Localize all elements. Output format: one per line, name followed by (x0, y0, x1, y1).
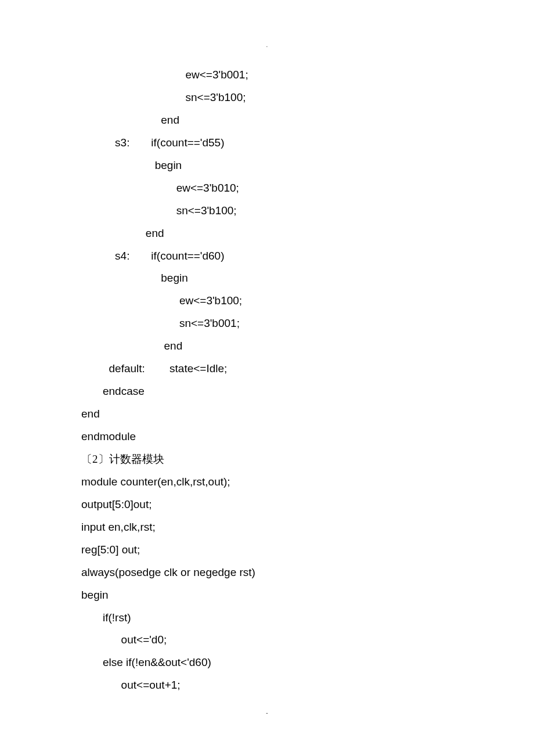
code-line: out<=out+1; (81, 674, 453, 697)
code-line: reg[5:0] out; (81, 539, 453, 561)
code-line: out<='d0; (81, 629, 453, 651)
code-line: end (81, 403, 453, 426)
code-line: ew<=3'b100; (81, 290, 453, 312)
code-line: ew<=3'b001; (81, 64, 453, 87)
code-line: s3: if(count=='d55) (81, 132, 453, 154)
document-page: . ew<=3'b001; sn<=3'b100; end s3: if(cou… (0, 0, 534, 756)
code-line: input en,clk,rst; (81, 516, 453, 539)
code-line: begin (81, 154, 453, 177)
code-line: s4: if(count=='d60) (81, 245, 453, 268)
page-header-mark: . (266, 39, 268, 52)
code-line: output[5:0]out; (81, 494, 453, 516)
code-line: end (81, 109, 453, 132)
page-footer-mark: - (266, 707, 268, 719)
code-line: sn<=3'b001; (81, 312, 453, 335)
code-line: module counter(en,clk,rst,out); (81, 471, 453, 494)
code-line: end (81, 335, 453, 358)
code-line: begin (81, 267, 453, 290)
code-line: if(!rst) (81, 607, 453, 629)
code-line: always(posedge clk or negedge rst) (81, 561, 453, 584)
code-line: begin (81, 584, 453, 607)
section-heading: 〔2〕计数器模块 (81, 448, 453, 471)
code-line: endmodule (81, 426, 453, 448)
code-line: ew<=3'b010; (81, 177, 453, 200)
code-line: default: state<=Idle; (81, 358, 453, 380)
code-line: endcase (81, 380, 453, 403)
code-line: end (81, 222, 453, 245)
code-line: sn<=3'b100; (81, 87, 453, 109)
code-line: sn<=3'b100; (81, 200, 453, 222)
code-line: else if(!en&&out<'d60) (81, 651, 453, 674)
